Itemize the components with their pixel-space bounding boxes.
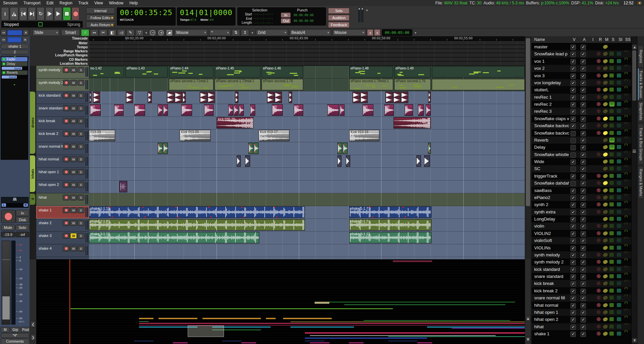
active-checkbox[interactable]: ✓	[581, 231, 586, 237]
audio-region[interactable]	[385, 92, 393, 103]
nudge-forward-button[interactable]: ›	[374, 29, 380, 36]
audio-region[interactable]	[337, 143, 342, 154]
track-list-row[interactable]: Wide✓✓	[532, 158, 631, 165]
track-solo-button[interactable]: S	[78, 80, 84, 86]
column-header-m[interactable]: M	[604, 37, 610, 42]
ruler-label-location-markers[interactable]: Location Markers	[60, 62, 88, 65]
track-header-shake-1[interactable]: shake 1MS	[36, 206, 89, 219]
audio-region[interactable]: shake 2-1.7	[349, 219, 431, 231]
transport-expand-chevron[interactable]: ▾	[366, 8, 368, 12]
track-mute-button[interactable]: M	[70, 144, 77, 149]
row-track-name[interactable]: kick break	[534, 281, 569, 286]
track-solo-button[interactable]: S	[78, 246, 84, 251]
monitor-source-button[interactable]: Internal	[86, 7, 115, 14]
track-name[interactable]: snare normal fill	[39, 144, 65, 148]
visible-checkbox[interactable]: ✓	[570, 73, 576, 79]
visible-checkbox[interactable]: ✓	[570, 210, 576, 215]
active-checkbox[interactable]: ✓	[581, 131, 586, 136]
track-list-row[interactable]: shake 1✓✓	[532, 330, 631, 337]
visible-checkbox[interactable]: ✓	[570, 95, 576, 100]
post-button[interactable]: Post	[21, 327, 30, 333]
visible-checkbox[interactable]: ✓	[570, 281, 576, 287]
track-mute-button[interactable]: M	[70, 67, 77, 73]
track-lane-hihat-open-1[interactable]	[89, 168, 525, 181]
midi-region[interactable]: no-1.42	[89, 66, 124, 78]
track-list-row[interactable]: Snowflake whistle✓	[532, 151, 631, 158]
ruler-row[interactable]	[89, 61, 525, 66]
row-track-name[interactable]: hihat normal	[534, 303, 569, 308]
menu-session[interactable]: Session	[0, 1, 20, 5]
toolbar-chevron[interactable]: ▾	[415, 31, 416, 35]
solo-button[interactable]: Solo	[328, 8, 350, 14]
strip-solo-button[interactable]: Solo	[15, 225, 29, 231]
cut-tool-button[interactable]: ✂	[99, 29, 107, 36]
track-name[interactable]: hihat normal	[39, 157, 59, 161]
track-list-row[interactable]: Snowflake lead p✓✓	[532, 50, 631, 57]
audio-region[interactable]	[235, 92, 238, 103]
track-header-synth-melody-2[interactable]: synth melody 2MS	[36, 79, 89, 91]
track-record-button[interactable]	[63, 144, 70, 149]
row-track-name[interactable]: vox 2	[534, 66, 569, 71]
shrink-tracks-button[interactable]: ⇅	[232, 29, 240, 36]
edit-internal-tool-button[interactable]: ▽	[135, 29, 144, 36]
active-checkbox[interactable]: ✓	[581, 217, 586, 222]
track-list-row[interactable]: revRec 2✓✓	[532, 101, 631, 108]
row-track-name[interactable]: synth melody	[534, 252, 569, 257]
audio-region[interactable]: Kick 013-17	[259, 130, 289, 141]
active-checkbox[interactable]: ✓	[581, 88, 586, 93]
track-list-row[interactable]: Snowflake backvc✓	[532, 130, 631, 137]
track-lane-kick-break-2[interactable]: 013-23Kick 013-20Kick 013-17Kick 013-19	[89, 130, 525, 142]
row-track-name[interactable]: triggerTrack	[534, 174, 569, 179]
row-track-name[interactable]: kick standard	[534, 267, 569, 272]
active-checkbox[interactable]: ✓	[581, 174, 586, 179]
group-tab-drums[interactable]: drums	[30, 91, 36, 154]
audio-region[interactable]	[239, 104, 244, 116]
track-lane-hihat[interactable]	[89, 193, 525, 206]
session-summary[interactable]: ❮ ❯	[30, 259, 525, 344]
track-header-kick-break[interactable]: kick breakMS	[36, 117, 89, 130]
track-list-row[interactable]: Reverb✓	[532, 137, 631, 144]
active-checkbox[interactable]: ✓	[581, 274, 586, 280]
strip-inputs-button[interactable]: 2	[1, 50, 29, 54]
row-track-name[interactable]: SC	[534, 166, 569, 171]
audio-region[interactable]	[248, 143, 253, 154]
audio-region[interactable]	[426, 104, 431, 116]
visible-checkbox[interactable]: ✓	[570, 332, 576, 337]
visible-checkbox[interactable]: ✓	[570, 202, 576, 208]
processor-box[interactable]: Fader Delay Send Reverb Send	[1, 56, 28, 160]
visible-checkbox[interactable]: ✓	[570, 238, 576, 244]
active-checkbox[interactable]: ✓	[581, 73, 586, 79]
track-record-button[interactable]	[63, 118, 70, 124]
track-list-row[interactable]: kick break✓✓	[532, 280, 631, 287]
visible-checkbox[interactable]: ✓	[570, 88, 576, 93]
input-monitor-button[interactable]: In	[16, 210, 29, 216]
track-header-kick-break-2[interactable]: kick break 2MS	[36, 130, 89, 142]
track-list-row[interactable]: LongDelay✓✓	[532, 215, 631, 223]
visible-tracks-dropdown[interactable]: *▾	[209, 29, 231, 36]
track-name[interactable]: synth melody	[39, 68, 60, 72]
processor-reverb[interactable]: Reverb	[1, 70, 28, 75]
fit-tracks-button[interactable]: ↔	[1, 30, 7, 36]
panel-scrollbar[interactable]: ▲ ▼	[631, 36, 637, 344]
track-list-row[interactable]: Delay✓	[532, 144, 631, 151]
processor-send-1[interactable]: Send	[1, 66, 28, 70]
track-name[interactable]: kick break	[39, 119, 55, 123]
zoom-in-button[interactable]: +	[157, 29, 165, 36]
track-record-button[interactable]	[63, 67, 70, 73]
track-record-button[interactable]	[63, 207, 70, 213]
track-name[interactable]: hihat open 1	[39, 170, 59, 174]
track-list-row[interactable]: VIOLIN2✓✓	[532, 230, 631, 237]
track-lane-synth-melody-2[interactable]: ePiano second-1.71mid-1ePiano second-1.7…	[89, 79, 525, 91]
panel-tab-snapshots[interactable]: Snapshots	[638, 101, 644, 122]
visible-checkbox[interactable]: ✓	[570, 267, 576, 273]
group-tab-d[interactable]: d	[30, 193, 36, 205]
track-solo-button[interactable]: S	[78, 220, 84, 226]
row-track-name[interactable]: Snowflake backvc	[534, 131, 569, 136]
visible-checkbox[interactable]: ✓	[570, 296, 576, 301]
track-list-row[interactable]: sawBass✓✓	[532, 187, 631, 194]
menu-help[interactable]: Help	[126, 1, 141, 5]
summary-scroll-right-button[interactable]: ❯	[30, 334, 36, 341]
audio-region[interactable]	[119, 181, 127, 192]
track-header-hihat-open-2[interactable]: hihat open 2MS	[36, 181, 89, 193]
grid-unit-dropdown[interactable]: Beats/4▾	[289, 29, 331, 36]
